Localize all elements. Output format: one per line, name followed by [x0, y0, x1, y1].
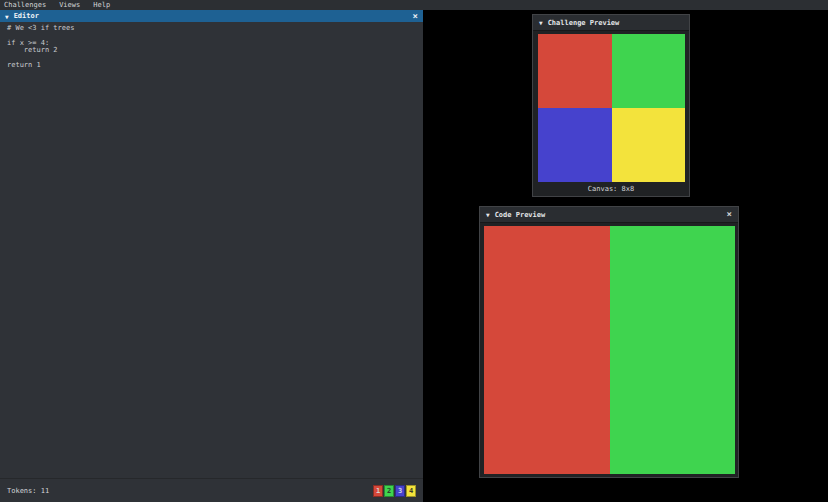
code-canvas-column-0: [484, 226, 610, 474]
challenge-preview-title: Challenge Preview: [548, 19, 620, 27]
collapse-triangle-icon[interactable]: ▼: [486, 211, 490, 218]
editor-panel: ▼ Editor × # We <3 if trees if x >= 4: r…: [0, 10, 423, 502]
challenge-preview-titlebar[interactable]: ▼ Challenge Preview: [533, 15, 689, 31]
collapse-triangle-icon[interactable]: ▼: [539, 19, 543, 26]
code-canvas: [484, 226, 735, 474]
menubar: ChallengesViewsHelp: [0, 0, 828, 10]
menu-item-challenges[interactable]: Challenges: [4, 0, 46, 10]
code-area[interactable]: # We <3 if trees if x >= 4: return 2 ret…: [0, 22, 423, 478]
challenge-grid-cell-0: [538, 34, 612, 108]
challenge-preview-panel: ▼ Challenge Preview Canvas: 8x8: [532, 14, 690, 197]
menu-item-views[interactable]: Views: [59, 0, 80, 10]
challenge-grid-cell-1: [612, 34, 686, 108]
code-preview-titlebar[interactable]: ▼ Code Preview ×: [480, 207, 738, 223]
challenge-grid-cell-3: [612, 108, 686, 182]
code-preview-panel: ▼ Code Preview ×: [479, 206, 739, 478]
code-preview-title: Code Preview: [495, 211, 546, 219]
token-chip-1[interactable]: 1: [373, 485, 383, 497]
close-icon[interactable]: ×: [727, 210, 732, 219]
desktop: { "menubar": { "items": [ { "label": "Ch…: [0, 0, 828, 502]
token-chip-row: 1234: [373, 485, 416, 497]
challenge-grid-cell-2: [538, 108, 612, 182]
challenge-canvas-grid: [538, 34, 685, 182]
editor-title: Editor: [14, 12, 39, 20]
editor-statusbar: Tokens: 11 1234: [0, 478, 423, 502]
code-canvas-column-1: [610, 226, 736, 474]
token-chip-3[interactable]: 3: [395, 485, 405, 497]
editor-titlebar[interactable]: ▼ Editor ×: [0, 10, 423, 22]
collapse-triangle-icon[interactable]: ▼: [5, 13, 9, 20]
canvas-size-label: Canvas: 8x8: [533, 185, 689, 193]
token-chip-4[interactable]: 4: [406, 485, 416, 497]
menu-item-help[interactable]: Help: [93, 0, 110, 10]
token-chip-2[interactable]: 2: [384, 485, 394, 497]
close-icon[interactable]: ×: [413, 12, 418, 21]
tokens-count: Tokens: 11: [7, 487, 49, 495]
